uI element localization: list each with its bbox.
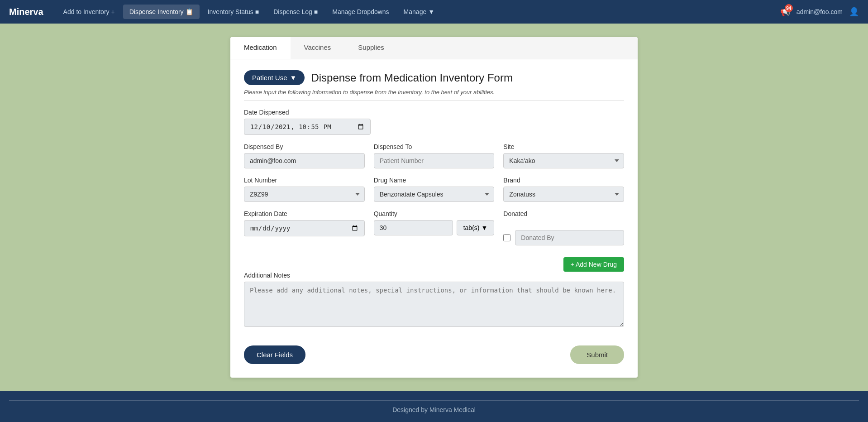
site-select[interactable]: Kaka'ako Site 2 Site 3 [503, 153, 624, 168]
expiry-qty-row: Expiration Date Quantity tab(s) ▼ Donate… [244, 210, 624, 254]
nav-dispense-inventory-label: Dispense Inventory [129, 8, 184, 15]
tab-medication[interactable]: Medication [230, 37, 291, 59]
notification-badge: 94 [785, 4, 793, 12]
brand-select[interactable]: Zonatuss Brand B Brand C [503, 187, 624, 202]
nav-add-inventory[interactable]: Add to Inventory + [57, 5, 121, 19]
log-icon: ■ [314, 8, 318, 15]
nav-dispense-inventory[interactable]: Dispense Inventory 📋 [123, 5, 200, 19]
nav-add-inventory-label: Add to Inventory [63, 8, 110, 15]
nav-dispense-log[interactable]: Dispense Log ■ [267, 5, 324, 19]
plus-icon: + [111, 8, 115, 15]
notification-bell[interactable]: 📢 94 [780, 7, 790, 17]
nav-manage-dropdowns[interactable]: Manage Dropdowns [326, 5, 395, 19]
dispense-icon: 📋 [186, 8, 193, 15]
add-drug-button[interactable]: + Add New Drug [563, 257, 624, 272]
site-group: Site Kaka'ako Site 2 Site 3 [503, 143, 624, 168]
nav-manage-label: Manage [404, 8, 427, 15]
tab-supplies[interactable]: Supplies [344, 37, 398, 59]
brand-logo[interactable]: Minerva [9, 7, 43, 17]
expiration-date-group: Expiration Date [244, 210, 365, 245]
form-header: Patient Use ▼ Dispense from Medication I… [244, 70, 624, 85]
drug-name-select[interactable]: Benzonatate Capsules Amoxicillin Ibuprof… [374, 187, 495, 202]
chart-icon: ■ [255, 8, 259, 15]
brand-group: Brand Zonatuss Brand B Brand C [503, 177, 624, 202]
dispensed-to-input[interactable] [374, 153, 495, 168]
dropdown-arrow-icon: ▼ [290, 74, 297, 82]
chevron-down-icon: ▼ [428, 8, 434, 15]
form-body: Patient Use ▼ Dispense from Medication I… [230, 59, 638, 378]
quantity-input[interactable] [374, 220, 453, 235]
footer-divider [9, 400, 859, 401]
lot-number-select[interactable]: Z9Z99 A1B2C X9Y8Z [244, 187, 365, 202]
dispensed-by-input[interactable] [244, 153, 365, 168]
site-label: Site [503, 143, 624, 150]
donated-group: Donated [503, 210, 624, 245]
notes-group: Additional Notes [244, 272, 624, 329]
form-subtitle: Please input the following information t… [244, 89, 624, 101]
main-content: Medication Vaccines Supplies Patient Use… [0, 24, 868, 391]
donated-row [503, 230, 624, 245]
user-icon: 👤 [849, 7, 859, 17]
admin-email: admin@foo.com [796, 8, 843, 15]
unit-label: tab(s) [463, 224, 480, 231]
patient-use-label: Patient Use [252, 74, 287, 82]
dispensed-by-group: Dispensed By [244, 143, 365, 168]
add-drug-label: + Add New Drug [571, 261, 617, 268]
dispensed-by-label: Dispensed By [244, 143, 365, 150]
navbar-right: 📢 94 admin@foo.com 👤 [780, 7, 859, 17]
lot-number-group: Lot Number Z9Z99 A1B2C X9Y8Z [244, 177, 365, 202]
clear-button[interactable]: Clear Fields [244, 345, 305, 364]
add-drug-row: + Add New Drug [244, 257, 624, 272]
notes-label: Additional Notes [244, 272, 624, 279]
nav-links: Add to Inventory + Dispense Inventory 📋 … [57, 5, 780, 19]
quantity-label: Quantity [374, 210, 495, 217]
expiration-date-label: Expiration Date [244, 210, 365, 217]
clear-label: Clear Fields [257, 351, 293, 359]
drug-row: Lot Number Z9Z99 A1B2C X9Y8Z Drug Name B… [244, 177, 624, 210]
tab-vaccines[interactable]: Vaccines [291, 37, 345, 59]
dispensed-to-label: Dispensed To [374, 143, 495, 150]
expiration-date-input[interactable] [244, 220, 365, 236]
nav-manage-dropdowns-label: Manage Dropdowns [332, 8, 389, 15]
navbar: Minerva Add to Inventory + Dispense Inve… [0, 0, 868, 24]
footer: Designed by Minerva Medical [0, 391, 868, 422]
nav-dispense-log-label: Dispense Log [273, 8, 312, 15]
drug-name-group: Drug Name Benzonatate Capsules Amoxicill… [374, 177, 495, 202]
quantity-group: Quantity tab(s) ▼ [374, 210, 495, 245]
submit-label: Submit [587, 351, 608, 359]
nav-inventory-status[interactable]: Inventory Status ■ [201, 5, 266, 19]
unit-button[interactable]: tab(s) ▼ [457, 220, 495, 235]
form-card: Medication Vaccines Supplies Patient Use… [230, 37, 638, 378]
brand-label: Brand [503, 177, 624, 184]
dispensed-to-group: Dispensed To [374, 143, 495, 168]
nav-inventory-status-label: Inventory Status [208, 8, 253, 15]
drug-name-label: Drug Name [374, 177, 495, 184]
notes-textarea[interactable] [244, 282, 624, 327]
unit-chevron-icon: ▼ [481, 224, 487, 231]
footer-text: Designed by Minerva Medical [9, 406, 859, 413]
donated-label: Donated [503, 210, 624, 217]
submit-button[interactable]: Submit [570, 345, 624, 364]
donated-checkbox[interactable] [503, 234, 510, 241]
date-dispensed-input[interactable] [244, 119, 371, 135]
quantity-row: tab(s) ▼ [374, 220, 495, 235]
nav-manage[interactable]: Manage ▼ [397, 5, 441, 19]
dispensed-row: Dispensed By Dispensed To Site Kaka'ako … [244, 143, 624, 177]
donated-by-input[interactable] [515, 230, 624, 245]
date-dispensed-label: Date Dispensed [244, 109, 624, 116]
form-title: Dispense from Medication Inventory Form [311, 72, 513, 84]
date-dispensed-group: Date Dispensed [244, 109, 624, 135]
lot-number-label: Lot Number [244, 177, 365, 184]
tabs: Medication Vaccines Supplies [230, 37, 638, 59]
form-actions: Clear Fields Submit [244, 338, 624, 364]
patient-use-button[interactable]: Patient Use ▼ [244, 70, 305, 85]
